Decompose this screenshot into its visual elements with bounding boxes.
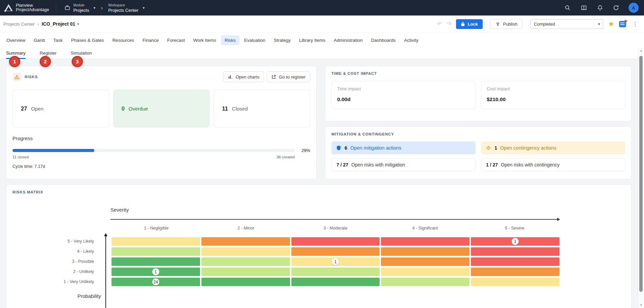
action-count: 6 [345,145,347,151]
breadcrumb-separator-icon: › [37,21,39,27]
stat-label: Closed [232,106,248,112]
matrix-cell[interactable] [201,247,290,256]
matrix-cell[interactable]: 1 [111,268,200,276]
tab-phases-gates[interactable]: Phases & Gates [67,35,108,45]
created-count: 38 created [277,155,295,159]
column-label-5-severe: 5 - Severe [470,226,559,230]
matrix-cell[interactable] [471,278,559,286]
status-select[interactable]: Completed ▾ [530,19,603,29]
tab-dashboards[interactable]: Dashboards [367,35,399,45]
lock-button[interactable]: Lock [456,19,482,29]
tab-task[interactable]: Task [50,35,66,45]
tab-strategy[interactable]: Strategy [270,35,294,45]
planview-logo[interactable]: Planview. ProjectAdvantage [4,3,49,12]
risks-summary-panel: RISKS Open charts Go to register 27Open0… [6,66,317,179]
refresh-icon[interactable] [612,4,620,11]
breadcrumb[interactable]: Projects Center [3,22,35,27]
tab-risks[interactable]: Risks [221,35,239,45]
scrollbar-thumb[interactable] [639,56,643,292]
brand-line2: ProjectAdvantage [16,8,49,12]
matrix-cell[interactable] [201,257,290,266]
action-label: Open mitigation actions [350,145,401,151]
tab-finance[interactable]: Finance [139,35,162,45]
open-charts-button[interactable]: Open charts [223,71,264,82]
shield-icon [336,145,341,151]
matrix-cell[interactable] [111,237,200,246]
comments-icon[interactable] [619,21,626,27]
action-open-mitigation-actions[interactable]: 6Open mitigation actions [331,142,476,154]
scroll-up-arrow[interactable]: ▲ [638,49,644,52]
lock-button-label: Lock [468,22,478,27]
matrix-cell[interactable] [381,247,470,256]
matrix-cell[interactable]: 24 [111,278,200,286]
impact-card-time-impact: Time impact0.00d [331,81,476,109]
matrix-cell[interactable] [381,268,470,276]
risk-stat-closed[interactable]: 11Closed [214,90,310,127]
stat-value: 11 [222,105,228,112]
ratio-cards: 7 / 27Open risks with mitigation1 / 27Op… [331,158,625,171]
tab-evaluation[interactable]: Evaluation [240,35,269,45]
progress-bar [12,149,295,152]
tab-work-items[interactable]: Work Items [190,35,220,45]
matrix-cell[interactable] [201,278,290,286]
tab-gantt[interactable]: Gantt [30,35,49,45]
publish-button[interactable]: Publish [490,19,523,29]
go-to-register-button[interactable]: Go to register [267,71,310,82]
bell-icon[interactable] [596,4,604,11]
kebab-menu-icon[interactable]: ⋮ [631,21,639,28]
matrix-cell[interactable] [471,247,559,256]
stat-value: 0 [122,105,125,112]
favorite-star-icon[interactable]: ★ [608,21,614,27]
undo-icon[interactable]: ↶ [437,21,442,28]
module-selector[interactable]: Module Projects ▾ [64,3,96,12]
matrix-cell[interactable] [471,257,559,266]
tab-activity[interactable]: Activity [400,35,422,45]
risks-matrix-panel: RISKS MATRIX Severity 1 - Negligible2 - … [6,184,632,308]
matrix-cell[interactable]: 1 [291,257,380,266]
column-label-2-minor: 2 - Minor [201,226,291,230]
action-open-contingency-actions[interactable]: 1Open contingency actions [481,142,625,154]
matrix-cell[interactable] [291,237,380,246]
redo-icon[interactable]: ↷ [447,21,451,28]
search-icon[interactable] [564,4,571,11]
ratio-open-risks-with-mitigation[interactable]: 7 / 27Open risks with mitigation [331,158,476,171]
vertical-scrollbar[interactable]: ▲ ▼ [638,48,644,308]
tab-library-items[interactable]: Library Items [295,35,329,45]
matrix-column-labels: 1 - Negligible2 - Minor3 - Moderate4 - S… [111,226,559,230]
book-icon[interactable] [580,4,587,11]
matrix-row-1-very-unlikely: 1 - Very Unlikely24 [6,278,559,286]
tab-administration[interactable]: Administration [330,35,366,45]
status-select-value: Completed [534,22,555,27]
tab-overview[interactable]: Overview [3,35,29,45]
publish-button-label: Publish [503,22,518,27]
matrix-cell[interactable] [381,278,470,286]
matrix-cells: 1 [111,257,559,266]
matrix-cell[interactable] [381,257,470,266]
cycle-time-value: 7.17d [34,164,45,169]
workspace-selector[interactable]: Workspace Projects Center ▾ [108,3,144,12]
matrix-cell[interactable] [291,247,380,256]
risk-stat-open[interactable]: 27Open [12,90,109,127]
avatar[interactable]: A [629,3,639,13]
impact-label: Time impact [337,86,470,91]
tab-forecast[interactable]: Forecast [163,35,189,45]
matrix-row-5-very-likely: 5 - Very Likely1 [6,237,559,246]
ratio-label: Open risks with contingency [501,162,559,167]
matrix-cell[interactable] [291,278,380,286]
matrix-cell[interactable] [111,247,200,256]
risk-stat-overdue[interactable]: 0Overdue [113,90,210,127]
chevron-down-icon[interactable]: ▾ [77,22,79,26]
impact-value: $210.00 [487,96,619,102]
matrix-cell[interactable] [471,268,559,276]
matrix-cell[interactable] [381,237,470,246]
tab-resources[interactable]: Resources [109,35,138,45]
matrix-cell[interactable] [111,257,200,266]
matrix-cell[interactable] [201,268,290,276]
ratio-open-risks-with-contingency[interactable]: 1 / 27Open risks with contingency [481,158,625,171]
chevron-down-icon: ▾ [143,6,145,10]
matrix-cell[interactable] [201,237,290,246]
matrix-cell[interactable]: 1 [471,237,559,246]
scroll-down-arrow[interactable]: ▼ [638,304,644,307]
progress-title: Progress [12,135,310,141]
matrix-cell[interactable] [291,268,380,276]
